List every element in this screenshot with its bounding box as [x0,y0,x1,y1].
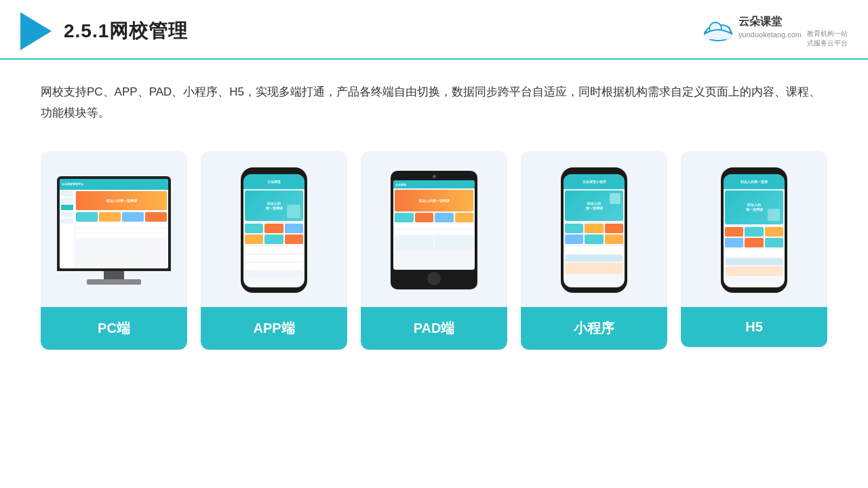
app-image-area: 云朵课堂 职达人的第一堂网课 [201,151,347,307]
pad-label: PAD端 [361,307,507,350]
brand-area: 云朵课堂 yunduoketang.com 教育机构一站式服务云平台 [702,15,848,48]
description-text: 网校支持PC、APP、PAD、小程序、H5，实现多端打通，产品各终端自由切换，数… [0,60,868,138]
h5-card: 职达人的第一堂课 职达人的第一堂网课 [681,151,827,350]
pc-card: 云朵课堂管理平台 [41,151,187,350]
app-card: 云朵课堂 职达人的第一堂网课 [201,151,347,350]
pad-mockup: 云朵课堂 职达人的第一堂网课 [390,171,478,289]
h5-label: H5 [681,307,827,347]
miniprogram-card: 云朵课堂小程序 职达人的第一堂网课 [521,151,667,350]
pad-image-area: 云朵课堂 职达人的第一堂网课 [361,151,507,307]
miniprogram-mockup: 云朵课堂小程序 职达人的第一堂网课 [560,167,628,293]
header: 2.5.1网校管理 云朵课堂 yunduoketang.com 教育机构一站式服… [0,0,868,60]
header-left: 2.5.1网校管理 [20,12,188,50]
brand-url: yunduoketang.com [738,30,802,39]
brand-tagline: 教育机构一站式服务云平台 [807,29,848,48]
miniprogram-label: 小程序 [521,307,667,350]
miniprogram-image-area: 云朵课堂小程序 职达人的第一堂网课 [521,151,667,307]
pc-mockup: 云朵课堂管理平台 [56,176,172,285]
svg-rect-4 [705,34,732,39]
brand-logo: 云朵课堂 yunduoketang.com 教育机构一站式服务云平台 [702,15,848,48]
brand-name: 云朵课堂 [738,15,848,29]
pc-image-area: 云朵课堂管理平台 [41,151,187,307]
pad-card: 云朵课堂 职达人的第一堂网课 [361,151,507,350]
app-mockup: 云朵课堂 职达人的第一堂网课 [240,167,308,293]
pc-label: PC端 [41,307,187,350]
app-label: APP端 [201,307,347,350]
cards-container: 云朵课堂管理平台 [0,138,868,363]
logo-icon [20,12,52,50]
cloud-brand-icon [702,19,734,43]
page-title: 2.5.1网校管理 [64,18,188,44]
h5-image-area: 职达人的第一堂课 职达人的第一堂网课 [681,151,827,307]
h5-mockup: 职达人的第一堂课 职达人的第一堂网课 [720,167,788,293]
